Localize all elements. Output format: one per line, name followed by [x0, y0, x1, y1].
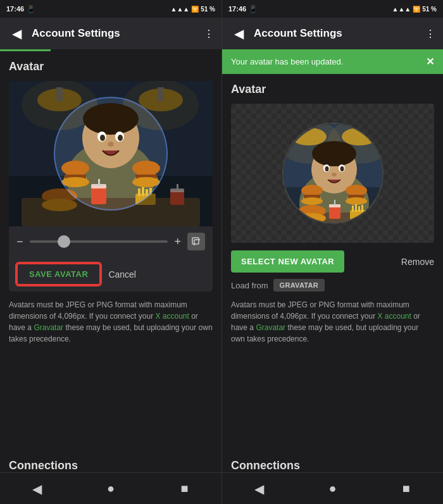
avatar-display-box [231, 104, 434, 243]
crop-icon [192, 237, 201, 246]
svg-point-54 [325, 166, 328, 171]
phone-icon-left: 📱 [27, 5, 35, 13]
select-avatar-row: SELECT NEW AVATAR Remove [231, 250, 434, 273]
x-account-link-right[interactable]: X account [377, 312, 411, 321]
share-button-left[interactable]: ⋮ [204, 28, 214, 40]
bottom-nav-left: ◀ ● ■ [0, 472, 222, 504]
svg-point-61 [301, 197, 323, 205]
avatar-image-area[interactable] [9, 81, 213, 226]
crop-button[interactable] [187, 233, 205, 250]
svg-point-51 [312, 141, 356, 166]
success-banner: Your avatar has been updated. ✕ [222, 49, 443, 74]
gravatar-button[interactable]: GRAVATAR [273, 279, 325, 292]
page-title-left: Account Settings [32, 27, 197, 40]
zoom-slider-thumb[interactable] [58, 235, 70, 248]
nav-bar-left: ◀ Account Settings ⋮ [0, 18, 222, 49]
svg-rect-73 [334, 200, 335, 206]
battery-right: 51 % [422, 6, 437, 13]
svg-rect-40 [177, 184, 178, 190]
green-underline-left [0, 49, 51, 51]
phone-icon-right: 📱 [249, 5, 258, 13]
svg-rect-76 [355, 204, 357, 212]
signal-icon-left: ▲▲▲ [171, 6, 190, 13]
svg-point-66 [346, 197, 367, 205]
x-account-link-left[interactable]: X account [155, 312, 189, 321]
svg-point-70 [298, 213, 326, 223]
svg-rect-41 [192, 238, 199, 244]
page-title-right: Account Settings [254, 27, 419, 40]
success-message: Your avatar has been updated. [231, 57, 343, 66]
load-from-row: Load from GRAVATAR [231, 279, 434, 292]
avatar-description-right: Avatars must be JPEG or PNG format with … [231, 299, 434, 345]
nav-home-button-left[interactable]: ● [95, 481, 127, 496]
action-buttons-area: SAVE AVATAR Cancel [9, 257, 213, 292]
svg-point-56 [332, 173, 337, 176]
bottom-nav-right: ◀ ● ■ [222, 472, 443, 504]
right-panel: 17:46 📱 ▲▲▲ 🛜 51 % ◀ Account Settings ⋮ … [222, 0, 443, 504]
select-new-avatar-button[interactable]: SELECT NEW AVATAR [231, 250, 344, 273]
signal-icon-right: ▲▲▲ [392, 6, 411, 13]
svg-rect-78 [361, 205, 363, 212]
wifi-icon-left: 🛜 [191, 6, 199, 13]
nav-back-button-right[interactable]: ◀ [243, 481, 275, 496]
time-left: 17:46 [6, 5, 24, 13]
avatar-section-title-left: Avatar [9, 60, 213, 73]
back-button-right[interactable]: ◀ [230, 26, 247, 41]
avatar-crop-circle [54, 97, 168, 211]
svg-point-58 [301, 185, 323, 196]
connections-title-right: Connections [222, 450, 443, 472]
avatar-description-left: Avatars must be JPEG or PNG format with … [9, 299, 213, 345]
zoom-slider-track[interactable] [30, 240, 168, 243]
zoom-in-button[interactable]: + [174, 235, 181, 249]
cancel-button[interactable]: Cancel [108, 269, 136, 280]
content-right: Avatar [222, 74, 443, 450]
status-bar-left: 17:46 📱 ▲▲▲ 🛜 51 % [0, 0, 222, 18]
zoom-out-button[interactable]: − [16, 235, 23, 249]
nav-home-button-right[interactable]: ● [316, 481, 348, 496]
avatar-circle-display [282, 123, 384, 224]
nav-square-button-left[interactable]: ■ [169, 481, 201, 496]
back-button-left[interactable]: ◀ [8, 26, 25, 41]
gravatar-link-left[interactable]: Gravatar [34, 323, 63, 332]
svg-rect-77 [358, 206, 360, 212]
content-left: Avatar [0, 51, 222, 450]
left-panel: 17:46 📱 ▲▲▲ 🛜 51 % ◀ Account Settings ⋮ … [0, 0, 222, 504]
save-avatar-button[interactable]: SAVE AVATAR [16, 263, 101, 285]
nav-bar-right: ◀ Account Settings ⋮ [222, 18, 443, 49]
battery-left: 51 % [201, 6, 215, 13]
svg-point-55 [340, 166, 344, 171]
success-close-button[interactable]: ✕ [426, 56, 434, 68]
gravatar-link-right[interactable]: Gravatar [256, 323, 285, 332]
nav-square-button-right[interactable]: ■ [390, 481, 422, 496]
wifi-icon-right: 🛜 [413, 6, 420, 13]
connections-title-left: Connections [0, 450, 222, 472]
svg-point-63 [346, 185, 367, 196]
remove-avatar-button[interactable]: Remove [401, 257, 434, 267]
avatar-editor-box: − + SAVE AVATAR Cancel [9, 81, 213, 292]
avatar-section-title-right: Avatar [231, 83, 434, 96]
share-button-right[interactable]: ⋮ [425, 28, 435, 40]
nav-back-button-left[interactable]: ◀ [21, 481, 53, 496]
status-bar-right: 17:46 📱 ▲▲▲ 🛜 51 % [222, 0, 443, 18]
avatar-image-right [284, 124, 384, 224]
load-from-label: Load from [231, 281, 268, 290]
svg-point-29 [42, 199, 77, 211]
slider-area: − + [9, 226, 213, 257]
time-right: 17:46 [228, 5, 246, 13]
svg-rect-75 [352, 206, 354, 212]
